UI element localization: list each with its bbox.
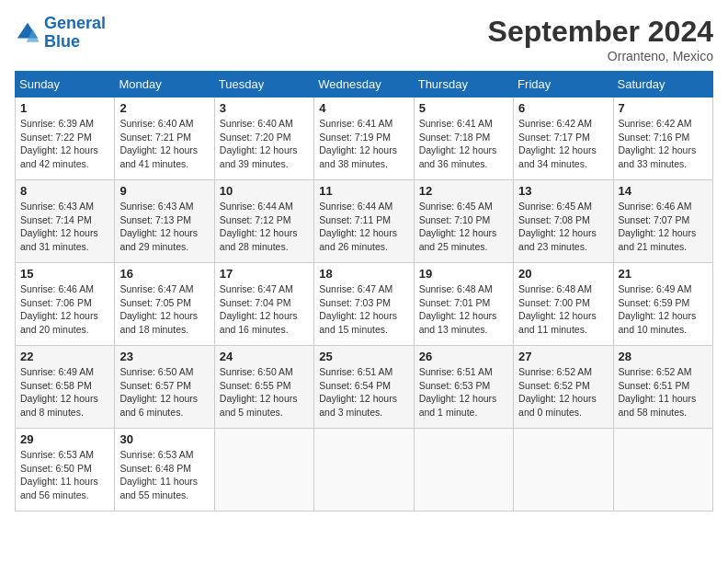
logo: General Blue xyxy=(15,15,106,52)
calendar-day-cell: 9Sunrise: 6:43 AMSunset: 7:13 PMDaylight… xyxy=(115,180,214,263)
day-info: Sunrise: 6:52 AMSunset: 6:51 PMDaylight:… xyxy=(619,365,708,419)
day-number: 12 xyxy=(419,184,508,198)
calendar-day-cell: 14Sunrise: 6:46 AMSunset: 7:07 PMDayligh… xyxy=(613,180,712,263)
day-info: Sunrise: 6:41 AMSunset: 7:18 PMDaylight:… xyxy=(419,117,508,171)
day-number: 6 xyxy=(518,101,608,115)
weekday-header: Monday xyxy=(115,72,214,98)
month-title: September 2024 xyxy=(488,15,713,49)
day-number: 4 xyxy=(319,101,408,115)
calendar-day-cell: 17Sunrise: 6:47 AMSunset: 7:04 PMDayligh… xyxy=(214,263,313,346)
calendar-day-cell: 25Sunrise: 6:51 AMSunset: 6:54 PMDayligh… xyxy=(314,346,414,429)
calendar-day-cell xyxy=(214,429,313,511)
logo-text: General Blue xyxy=(44,15,106,52)
day-number: 26 xyxy=(419,350,508,363)
day-info: Sunrise: 6:53 AMSunset: 6:48 PMDaylight:… xyxy=(119,448,209,502)
calendar-day-cell: 19Sunrise: 6:48 AMSunset: 7:01 PMDayligh… xyxy=(414,263,513,346)
calendar-week-row: 29Sunrise: 6:53 AMSunset: 6:50 PMDayligh… xyxy=(16,429,713,511)
day-number: 19 xyxy=(419,267,508,281)
calendar-day-cell: 4Sunrise: 6:41 AMSunset: 7:19 PMDaylight… xyxy=(314,98,414,180)
weekday-header: Tuesday xyxy=(214,72,313,98)
day-info: Sunrise: 6:51 AMSunset: 6:53 PMDaylight:… xyxy=(419,365,508,419)
page-header: General Blue September 2024 Orranteno, M… xyxy=(15,15,713,63)
day-info: Sunrise: 6:49 AMSunset: 6:59 PMDaylight:… xyxy=(619,282,708,337)
calendar-day-cell: 28Sunrise: 6:52 AMSunset: 6:51 PMDayligh… xyxy=(613,346,712,429)
calendar-day-cell: 15Sunrise: 6:46 AMSunset: 7:06 PMDayligh… xyxy=(16,263,115,346)
calendar-day-cell: 5Sunrise: 6:41 AMSunset: 7:18 PMDaylight… xyxy=(414,98,513,180)
calendar-day-cell: 23Sunrise: 6:50 AMSunset: 6:57 PMDayligh… xyxy=(115,346,214,429)
day-number: 17 xyxy=(220,267,309,281)
day-info: Sunrise: 6:49 AMSunset: 6:58 PMDaylight:… xyxy=(20,365,109,419)
calendar-table: SundayMondayTuesdayWednesdayThursdayFrid… xyxy=(15,71,713,511)
day-number: 13 xyxy=(518,184,608,198)
day-number: 16 xyxy=(119,267,209,281)
day-number: 18 xyxy=(319,267,408,281)
calendar-day-cell: 13Sunrise: 6:45 AMSunset: 7:08 PMDayligh… xyxy=(514,180,613,263)
calendar-day-cell: 3Sunrise: 6:40 AMSunset: 7:20 PMDaylight… xyxy=(214,98,313,180)
day-number: 14 xyxy=(619,184,708,198)
day-info: Sunrise: 6:40 AMSunset: 7:20 PMDaylight:… xyxy=(220,117,309,171)
calendar-day-cell: 7Sunrise: 6:42 AMSunset: 7:16 PMDaylight… xyxy=(613,98,712,180)
day-number: 29 xyxy=(20,432,109,446)
calendar-day-cell xyxy=(613,429,712,511)
calendar-day-cell: 16Sunrise: 6:47 AMSunset: 7:05 PMDayligh… xyxy=(115,263,214,346)
day-number: 20 xyxy=(518,267,608,281)
calendar-day-cell: 22Sunrise: 6:49 AMSunset: 6:58 PMDayligh… xyxy=(16,346,115,429)
day-number: 27 xyxy=(518,350,608,363)
day-info: Sunrise: 6:50 AMSunset: 6:55 PMDaylight:… xyxy=(220,365,309,419)
calendar-day-cell: 30Sunrise: 6:53 AMSunset: 6:48 PMDayligh… xyxy=(115,429,214,511)
day-info: Sunrise: 6:47 AMSunset: 7:03 PMDaylight:… xyxy=(319,282,408,337)
day-number: 10 xyxy=(220,184,309,198)
weekday-header: Thursday xyxy=(414,72,513,98)
calendar-day-cell: 29Sunrise: 6:53 AMSunset: 6:50 PMDayligh… xyxy=(16,429,115,511)
calendar-day-cell: 27Sunrise: 6:52 AMSunset: 6:52 PMDayligh… xyxy=(514,346,613,429)
day-number: 24 xyxy=(220,350,309,363)
weekday-header: Sunday xyxy=(16,72,115,98)
day-info: Sunrise: 6:45 AMSunset: 7:08 PMDaylight:… xyxy=(518,200,608,254)
day-number: 3 xyxy=(220,101,309,115)
calendar-day-cell xyxy=(514,429,613,511)
day-number: 30 xyxy=(119,432,209,446)
day-number: 15 xyxy=(20,267,109,281)
calendar-day-cell: 10Sunrise: 6:44 AMSunset: 7:12 PMDayligh… xyxy=(214,180,313,263)
day-number: 8 xyxy=(20,184,109,198)
day-number: 5 xyxy=(419,101,508,115)
title-section: September 2024 Orranteno, Mexico xyxy=(488,15,713,63)
calendar-day-cell: 6Sunrise: 6:42 AMSunset: 7:17 PMDaylight… xyxy=(514,98,613,180)
day-number: 28 xyxy=(619,350,708,363)
day-info: Sunrise: 6:42 AMSunset: 7:16 PMDaylight:… xyxy=(619,117,708,171)
day-number: 25 xyxy=(319,350,408,363)
weekday-header-row: SundayMondayTuesdayWednesdayThursdayFrid… xyxy=(16,72,713,98)
day-number: 23 xyxy=(119,350,209,363)
weekday-header: Friday xyxy=(514,72,613,98)
day-info: Sunrise: 6:42 AMSunset: 7:17 PMDaylight:… xyxy=(518,117,608,171)
calendar-day-cell: 18Sunrise: 6:47 AMSunset: 7:03 PMDayligh… xyxy=(314,263,414,346)
day-info: Sunrise: 6:53 AMSunset: 6:50 PMDaylight:… xyxy=(20,448,109,502)
day-info: Sunrise: 6:44 AMSunset: 7:12 PMDaylight:… xyxy=(220,200,309,254)
day-number: 2 xyxy=(119,101,209,115)
day-info: Sunrise: 6:40 AMSunset: 7:21 PMDaylight:… xyxy=(119,117,209,171)
calendar-week-row: 1Sunrise: 6:39 AMSunset: 7:22 PMDaylight… xyxy=(16,98,713,180)
day-info: Sunrise: 6:47 AMSunset: 7:04 PMDaylight:… xyxy=(220,282,309,337)
calendar-week-row: 22Sunrise: 6:49 AMSunset: 6:58 PMDayligh… xyxy=(16,346,713,429)
calendar-day-cell: 12Sunrise: 6:45 AMSunset: 7:10 PMDayligh… xyxy=(414,180,513,263)
day-info: Sunrise: 6:50 AMSunset: 6:57 PMDaylight:… xyxy=(119,365,209,419)
day-info: Sunrise: 6:48 AMSunset: 7:01 PMDaylight:… xyxy=(419,282,508,337)
calendar-week-row: 15Sunrise: 6:46 AMSunset: 7:06 PMDayligh… xyxy=(16,263,713,346)
weekday-header: Wednesday xyxy=(314,72,414,98)
calendar-day-cell: 2Sunrise: 6:40 AMSunset: 7:21 PMDaylight… xyxy=(115,98,214,180)
day-number: 1 xyxy=(20,101,109,115)
day-number: 21 xyxy=(619,267,708,281)
day-info: Sunrise: 6:45 AMSunset: 7:10 PMDaylight:… xyxy=(419,200,508,254)
logo-icon xyxy=(15,20,40,46)
day-info: Sunrise: 6:52 AMSunset: 6:52 PMDaylight:… xyxy=(518,365,608,419)
day-info: Sunrise: 6:41 AMSunset: 7:19 PMDaylight:… xyxy=(319,117,408,171)
calendar-day-cell: 24Sunrise: 6:50 AMSunset: 6:55 PMDayligh… xyxy=(214,346,313,429)
calendar-day-cell xyxy=(414,429,513,511)
day-number: 11 xyxy=(319,184,408,198)
day-number: 22 xyxy=(20,350,109,363)
day-info: Sunrise: 6:46 AMSunset: 7:06 PMDaylight:… xyxy=(20,282,109,337)
day-info: Sunrise: 6:44 AMSunset: 7:11 PMDaylight:… xyxy=(319,200,408,254)
day-number: 7 xyxy=(619,101,708,115)
calendar-week-row: 8Sunrise: 6:43 AMSunset: 7:14 PMDaylight… xyxy=(16,180,713,263)
weekday-header: Saturday xyxy=(613,72,712,98)
